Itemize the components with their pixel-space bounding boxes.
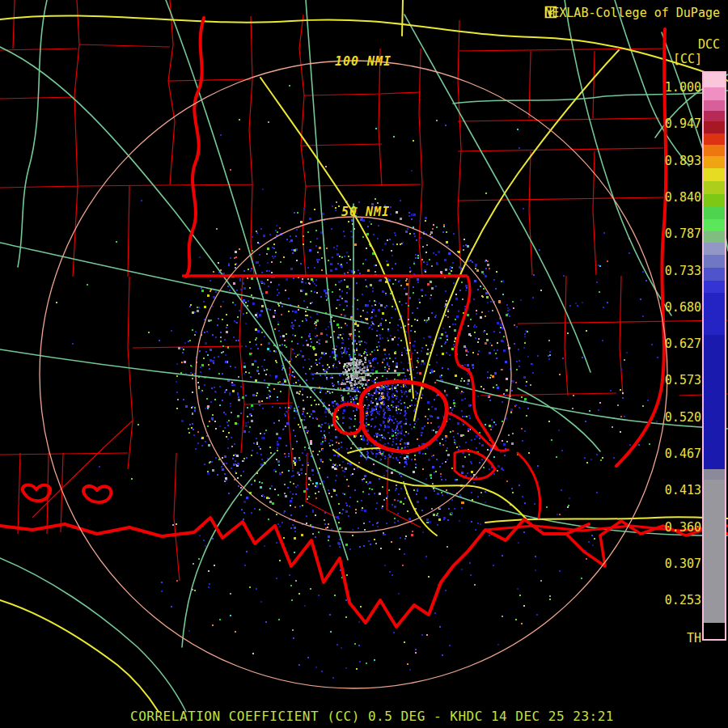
colorbar-segment <box>704 480 725 623</box>
colorbar-segment <box>704 156 725 168</box>
colorbar-tick: 0.680 <box>623 301 701 314</box>
colorbar-tick: 0.840 <box>623 191 701 204</box>
colorbar-tick: 0.413 <box>623 484 701 497</box>
colorbar-segment <box>704 194 725 206</box>
colorbar-threshold-label: TH <box>623 631 701 645</box>
colorbar-segment <box>704 243 725 255</box>
colorbar-segment <box>704 133 725 145</box>
ring-label-50nmi: 50 NMI <box>341 205 390 219</box>
colorbar-units-label: [CC] <box>621 52 702 66</box>
radar-display: 100 NMI 50 NMI DCC [CC] TH 1.0000.9470.8… <box>0 0 728 728</box>
radar-map: 100 NMI 50 NMI <box>0 0 728 728</box>
colorbar-tick: 0.573 <box>623 374 701 387</box>
colorbar-segment <box>704 73 725 87</box>
colorbar-segment <box>704 168 725 181</box>
colorbar-segment <box>704 231 725 243</box>
colorbar-segment <box>704 293 725 335</box>
colorbar-tick: 1.000 <box>623 81 701 94</box>
colorbar-tick: 0.627 <box>623 337 701 350</box>
header-title: NEXLAB-College of DuPage <box>544 6 720 20</box>
colorbar-segment <box>704 111 725 121</box>
colorbar-segment <box>704 87 725 100</box>
colorbar-segment <box>704 469 725 480</box>
chandeleur-islands <box>518 453 540 518</box>
colorbar-tick: 0.947 <box>623 117 701 130</box>
ring-label-100nmi: 100 NMI <box>335 54 392 69</box>
header: NEXLAB-College of DuPage <box>544 6 724 20</box>
colorbar-segment <box>704 335 725 469</box>
colorbar-segment <box>704 219 725 231</box>
colorbar-segment <box>704 206 725 219</box>
colorbar-tick: 0.360 <box>623 521 701 534</box>
colorbar-product-label: DCC <box>639 37 720 52</box>
colorbar-segment <box>704 121 725 133</box>
colorbar-segments <box>704 73 725 639</box>
colorbar-segment <box>704 100 725 111</box>
colorbar-segment <box>704 268 725 281</box>
colorbar-segment <box>704 281 725 293</box>
coastal-lake-2 <box>83 486 111 502</box>
colorbar-tick: 0.787 <box>623 227 701 240</box>
roads-primary <box>0 0 728 712</box>
footer-caption: CORRELATION COEFFICIENT (CC) 0.5 DEG - K… <box>8 709 728 724</box>
colorbar-segment <box>704 145 725 156</box>
coastal-lake-1 <box>23 485 50 502</box>
colorbar-tick: 0.893 <box>623 154 701 167</box>
colorbar-segment <box>704 623 725 639</box>
coastline-marshes <box>275 519 589 627</box>
colorbar-tick: 0.733 <box>623 265 701 277</box>
radar-echoes <box>56 85 662 678</box>
colorbar-segment <box>704 181 725 194</box>
colorbar-tick: 0.467 <box>623 447 701 460</box>
county-borders <box>0 0 728 581</box>
colorbar-tick: 0.307 <box>623 557 701 570</box>
roads-secondary <box>0 0 728 712</box>
colorbar <box>702 71 726 641</box>
colorbar-tick: 0.253 <box>623 594 701 607</box>
colorbar-ticks: TH 1.0000.9470.8930.8400.7870.7330.6800.… <box>623 71 701 647</box>
colorbar-segment <box>704 255 725 268</box>
coastline-west <box>0 518 275 544</box>
colorbar-tick: 0.520 <box>623 411 701 424</box>
